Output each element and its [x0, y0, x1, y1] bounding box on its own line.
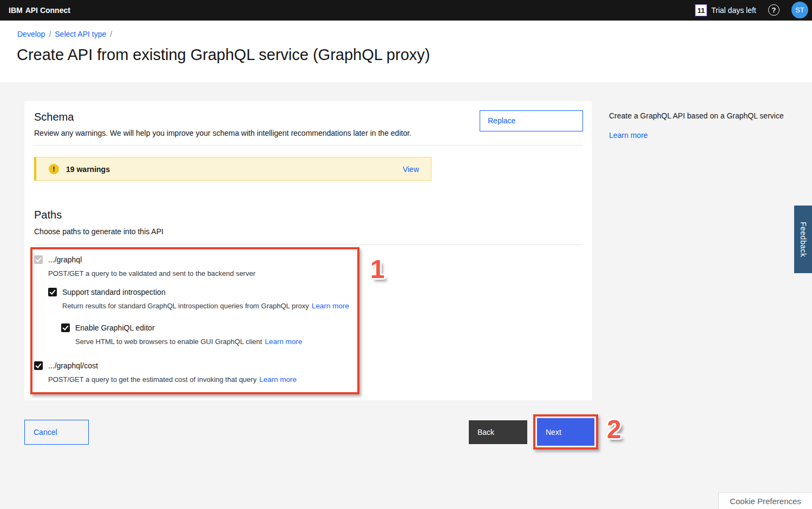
learn-more-link[interactable]: Learn more: [312, 302, 349, 310]
path-description-text: Return results for standard GraphQL intr…: [62, 302, 309, 310]
paths-description: Choose paths to generate into this API: [34, 227, 163, 236]
side-panel-learn-more-link[interactable]: Learn more: [609, 131, 648, 140]
page-title: Create API from existing GraphQL service…: [17, 46, 430, 64]
path-description: Return results for standard GraphQL intr…: [62, 302, 349, 310]
feedback-tab[interactable]: Feedback: [794, 206, 812, 273]
breadcrumb-item-select-api-type[interactable]: Select API type: [55, 30, 106, 38]
path-description-text: POST/GET a query to get the estimated co…: [48, 375, 257, 384]
cancel-button[interactable]: Cancel: [24, 420, 89, 445]
trial-days-badge: 11: [695, 4, 707, 16]
breadcrumb-separator: /: [49, 30, 51, 38]
path-label: Support standard introspection: [62, 288, 166, 296]
warning-count: 19 warnings: [66, 165, 110, 174]
path-label: .../graphql: [48, 255, 82, 264]
learn-more-link[interactable]: Learn more: [265, 338, 302, 346]
checkbox-graphiql-editor[interactable]: [61, 323, 70, 332]
cookie-preferences-button[interactable]: Cookie Preferences: [718, 492, 812, 509]
path-option-graphql-cost: .../graphql/cost POST/GET a query to get…: [34, 361, 297, 384]
back-button[interactable]: Back: [469, 420, 527, 444]
warning-icon: !: [49, 164, 59, 174]
breadcrumb-separator: /: [110, 30, 112, 38]
schema-description: Review any warnings. We will help you im…: [34, 129, 411, 137]
checkbox-introspection[interactable]: [48, 288, 57, 296]
side-panel-text: Create a GraphQL API based on a GraphQL …: [609, 111, 809, 120]
brand-prefix: IBM: [9, 6, 23, 15]
warning-view-link[interactable]: View: [403, 165, 419, 174]
feedback-tab-label: Feedback: [799, 222, 808, 257]
help-icon[interactable]: ?: [768, 4, 780, 16]
path-option-graphiql-editor: Enable GraphiQL editor Serve HTML to web…: [61, 323, 302, 346]
path-option-graphql: .../graphql POST/GET a query to be valid…: [34, 255, 258, 277]
learn-more-link[interactable]: Learn more: [259, 375, 297, 384]
checkbox-graphql: [34, 255, 43, 264]
path-description: Serve HTML to web browsers to enable GUI…: [75, 338, 302, 346]
path-label: Enable GraphiQL editor: [75, 323, 155, 332]
schema-heading: Schema: [34, 111, 74, 123]
trial-days-label: Trial days left: [711, 0, 756, 21]
paths-divider: [34, 244, 583, 245]
top-header-bar: IBM API Connect 11 Trial days left ? ST: [0, 0, 812, 21]
checkbox-graphql-cost[interactable]: [34, 361, 43, 370]
path-description: POST/GET a query to be validated and sen…: [48, 269, 258, 277]
avatar[interactable]: ST: [791, 2, 808, 18]
main-card: [24, 101, 592, 400]
brand-name: API Connect: [25, 6, 70, 15]
path-description: POST/GET a query to get the estimated co…: [48, 375, 297, 384]
paths-heading: Paths: [34, 209, 62, 221]
breadcrumb: Develop/Select API type/: [17, 30, 116, 38]
schema-divider: [34, 145, 583, 146]
path-option-introspection: Support standard introspection Return re…: [48, 288, 349, 310]
brand: IBM API Connect: [9, 0, 70, 21]
replace-button[interactable]: Replace: [480, 110, 583, 131]
warning-banner: ! 19 warnings View: [34, 157, 431, 181]
path-label: .../graphql/cost: [48, 361, 98, 370]
path-description-text: POST/GET a query to be validated and sen…: [48, 269, 256, 277]
app-window: IBM API Connect 11 Trial days left ? ST …: [0, 0, 812, 509]
next-button[interactable]: Next: [537, 418, 594, 446]
path-description-text: Serve HTML to web browsers to enable GUI…: [75, 338, 262, 346]
breadcrumb-item-develop[interactable]: Develop: [17, 30, 45, 38]
